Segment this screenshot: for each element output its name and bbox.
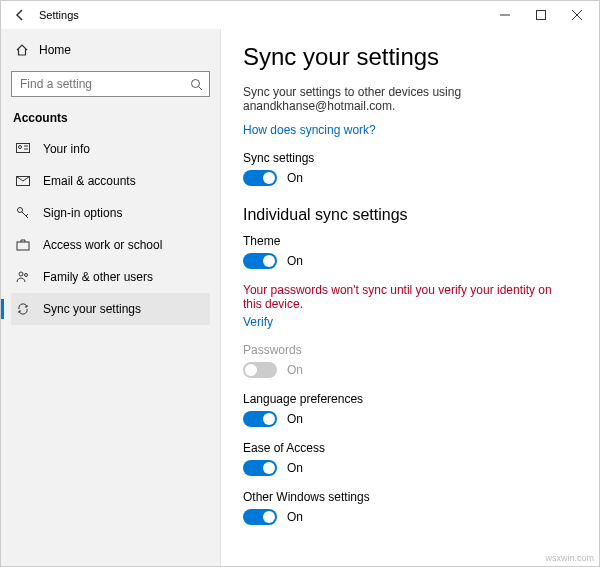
sidebar-item-label: Email & accounts [43, 174, 136, 188]
sidebar: Home Accounts Your info Email & accounts [1, 29, 221, 566]
sidebar-item-label: Sync your settings [43, 302, 141, 316]
other-toggle-row: On [243, 509, 577, 525]
sidebar-item-your-info[interactable]: Your info [11, 133, 210, 165]
passwords-state: On [287, 363, 303, 377]
svg-line-13 [26, 214, 28, 216]
password-warning: Your passwords won't sync until you veri… [243, 283, 563, 311]
sidebar-item-signin-options[interactable]: Sign-in options [11, 197, 210, 229]
sidebar-item-email-accounts[interactable]: Email & accounts [11, 165, 210, 197]
people-icon [15, 271, 31, 283]
person-card-icon [15, 143, 31, 155]
search-box[interactable] [11, 71, 210, 97]
language-toggle-row: On [243, 411, 577, 427]
content-pane: Sync your settings Sync your settings to… [221, 29, 599, 566]
search-icon [183, 78, 209, 91]
maximize-icon [536, 10, 546, 20]
svg-rect-1 [537, 11, 546, 20]
svg-point-11 [18, 208, 23, 213]
home-nav[interactable]: Home [11, 37, 210, 63]
svg-rect-14 [17, 242, 29, 250]
sidebar-nav: Your info Email & accounts Sign-in optio… [11, 133, 210, 325]
theme-toggle[interactable] [243, 253, 277, 269]
language-state: On [287, 412, 303, 426]
briefcase-icon [15, 239, 31, 251]
help-link[interactable]: How does syncing work? [243, 123, 376, 137]
sidebar-category: Accounts [13, 111, 208, 125]
settings-window: Settings Home Accounts Your info [0, 0, 600, 567]
ease-toggle-row: On [243, 460, 577, 476]
verify-link[interactable]: Verify [243, 315, 273, 329]
body: Home Accounts Your info Email & accounts [1, 29, 599, 566]
minimize-button[interactable] [487, 1, 523, 29]
maximize-button[interactable] [523, 1, 559, 29]
minimize-icon [500, 10, 510, 20]
sidebar-item-label: Your info [43, 142, 90, 156]
sync-settings-label: Sync settings [243, 151, 577, 165]
search-input[interactable] [12, 77, 183, 91]
theme-toggle-row: On [243, 253, 577, 269]
svg-point-16 [25, 274, 28, 277]
close-button[interactable] [559, 1, 595, 29]
language-toggle[interactable] [243, 411, 277, 427]
individual-heading: Individual sync settings [243, 206, 577, 224]
back-arrow-icon [13, 8, 27, 22]
passwords-toggle-row: On [243, 362, 577, 378]
theme-state: On [287, 254, 303, 268]
sidebar-item-family-users[interactable]: Family & other users [11, 261, 210, 293]
page-title: Sync your settings [243, 43, 577, 71]
svg-point-4 [191, 79, 199, 87]
home-icon [15, 43, 29, 57]
window-controls [487, 1, 595, 29]
ease-label: Ease of Access [243, 441, 577, 455]
ease-state: On [287, 461, 303, 475]
sidebar-item-label: Access work or school [43, 238, 162, 252]
mail-icon [15, 176, 31, 186]
svg-point-15 [19, 272, 23, 276]
key-icon [15, 206, 31, 220]
sync-settings-toggle-row: On [243, 170, 577, 186]
back-button[interactable] [5, 4, 35, 26]
svg-line-5 [198, 86, 202, 90]
watermark: wsxwin.com [545, 553, 594, 563]
language-label: Language preferences [243, 392, 577, 406]
sync-icon [15, 302, 31, 316]
app-title: Settings [39, 9, 79, 21]
other-label: Other Windows settings [243, 490, 577, 504]
sidebar-item-access-work-school[interactable]: Access work or school [11, 229, 210, 261]
sync-description: Sync your settings to other devices usin… [243, 85, 543, 113]
passwords-label: Passwords [243, 343, 577, 357]
sync-settings-toggle[interactable] [243, 170, 277, 186]
titlebar: Settings [1, 1, 599, 29]
close-icon [572, 10, 582, 20]
other-toggle[interactable] [243, 509, 277, 525]
passwords-toggle [243, 362, 277, 378]
ease-toggle[interactable] [243, 460, 277, 476]
other-state: On [287, 510, 303, 524]
theme-label: Theme [243, 234, 577, 248]
svg-point-7 [19, 146, 22, 149]
sync-settings-state: On [287, 171, 303, 185]
sidebar-item-sync-settings[interactable]: Sync your settings [11, 293, 210, 325]
sidebar-item-label: Sign-in options [43, 206, 122, 220]
sidebar-item-label: Family & other users [43, 270, 153, 284]
home-label: Home [39, 43, 71, 57]
